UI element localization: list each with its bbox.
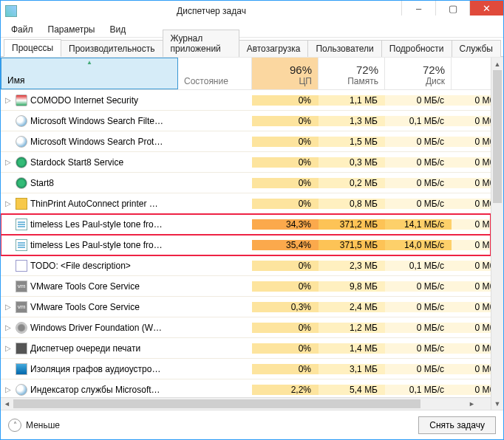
expand-icon[interactable]: ▷ [4, 344, 13, 352]
menu-file[interactable]: Файл [5, 23, 39, 36]
process-name-cell: ▷Stardock Start8 Service [1, 157, 178, 168]
chevron-up-icon: ˄ [8, 419, 21, 432]
process-name-label: Microsoft Windows Search Prot… [30, 137, 163, 147]
process-name-cell: ▷Windows Driver Foundation (W… [1, 322, 178, 334]
expand-icon[interactable]: ▷ [4, 303, 13, 311]
process-row[interactable]: Start80%0,2 МБ0 МБ/с0 Мбит/с [1, 173, 491, 193]
fewer-details-button[interactable]: ˄ Меньше [8, 419, 60, 432]
memory-cell: 5,4 МБ [319, 385, 385, 395]
disk-percent-label: 72% [391, 63, 445, 76]
expand-icon[interactable]: ▷ [4, 199, 13, 207]
memory-cell: 1,3 МБ [319, 116, 385, 126]
tab-app-history[interactable]: Журнал приложений [163, 30, 239, 57]
disk-cell: 0 МБ/с [385, 343, 452, 354]
process-name-cell: ▷Индексатор службы Microsoft… [1, 384, 178, 396]
process-row[interactable]: ▷Windows Driver Foundation (W…0%1,2 МБ0 … [1, 317, 491, 338]
disk-cell: 0,1 МБ/с [385, 116, 452, 126]
process-row[interactable]: TODO: <File description>0%2,3 МБ0,1 МБ/с… [1, 255, 491, 276]
process-row[interactable]: Microsoft Windows Search Filte…0%1,3 МБ0… [1, 111, 491, 131]
process-row[interactable]: vmVMware Tools Core Service0%9,8 МБ0 МБ/… [1, 276, 491, 297]
column-network[interactable]: 0% Сеть [452, 58, 491, 89]
process-name-label: timeless Les Paul-style tone fro… [30, 240, 163, 250]
disk-cell: 14,1 МБ/с [385, 219, 452, 230]
app-icon [5, 5, 17, 17]
disk-cell: 0 МБ/с [385, 323, 452, 333]
vertical-scrollbar[interactable]: ▲ ▼ [491, 58, 503, 410]
doc-icon [16, 219, 27, 230]
expand-icon[interactable]: ▷ [4, 96, 13, 104]
cpu-cell: 0% [252, 364, 319, 374]
disk-cell: 0 МБ/с [385, 157, 452, 168]
process-name-label: Изоляция графов аудиоустро… [30, 364, 160, 374]
exe-icon [16, 260, 27, 272]
network-cell: 0 Мбит/с [452, 157, 491, 168]
process-name-label: TODO: <File description> [30, 261, 131, 271]
vm-icon: vm [16, 281, 27, 292]
end-task-button[interactable]: Снять задачу [418, 416, 496, 434]
memory-cell: 371,5 МБ [319, 240, 385, 250]
disk-cell: 0 МБ/с [385, 281, 452, 292]
process-row[interactable]: timeless Les Paul-style tone fro…35,4%37… [1, 235, 491, 255]
tab-startup[interactable]: Автозагрузка [239, 40, 309, 57]
column-status[interactable]: Состояние [178, 58, 252, 89]
column-disk[interactable]: 72% Диск [385, 58, 452, 89]
memory-cell: 3,1 МБ [319, 364, 385, 374]
process-row[interactable]: ▷ThinPrint AutoConnect printer …0%0,8 МБ… [1, 193, 491, 214]
column-memory[interactable]: 72% Память [319, 58, 385, 89]
process-row[interactable]: ▷Stardock Start8 Service0%0,3 МБ0 МБ/с0 … [1, 152, 491, 173]
cpu-cell: 0% [252, 178, 319, 188]
tabbar: Процессы Производительность Журнал прило… [1, 38, 503, 57]
maximize-button[interactable]: ▢ [435, 1, 469, 16]
expand-icon[interactable]: ▷ [4, 158, 13, 166]
disk-cell: 0 МБ/с [385, 95, 452, 106]
process-row[interactable]: ▷Диспетчер очереди печати0%1,4 МБ0 МБ/с0… [1, 338, 491, 359]
disk-cell: 0 МБ/с [385, 302, 452, 312]
scroll-left-icon[interactable]: ◄ [1, 398, 13, 410]
hscroll-thumb[interactable] [13, 399, 420, 408]
tab-processes[interactable]: Процессы [4, 39, 61, 57]
network-cell: 0 Мбит/с [452, 261, 491, 271]
scroll-up-icon[interactable]: ▲ [491, 58, 503, 70]
menu-options[interactable]: Параметры [42, 23, 101, 36]
expand-icon[interactable]: ▷ [4, 323, 13, 331]
tab-users[interactable]: Пользователи [307, 40, 381, 57]
process-name-cell: vmVMware Tools Core Service [1, 281, 178, 292]
mem-percent-label: 72% [324, 63, 378, 76]
process-row[interactable]: Изоляция графов аудиоустро…0%3,1 МБ0 МБ/… [1, 359, 491, 379]
close-button[interactable]: ✕ [469, 1, 503, 16]
vscroll-thumb[interactable] [493, 70, 502, 203]
column-name[interactable]: ▲ Имя [1, 58, 178, 89]
tab-services[interactable]: Службы [452, 40, 501, 57]
process-rows: ▷COMODO Internet Security0%1,1 МБ0 МБ/с0… [1, 90, 491, 397]
process-row[interactable]: Microsoft Windows Search Prot…0%1,5 МБ0 … [1, 131, 491, 152]
menu-view[interactable]: Вид [103, 23, 132, 36]
process-row[interactable]: ▷vmVMware Tools Core Service0,3%2,4 МБ0 … [1, 297, 491, 317]
network-cell: 0 Мбит/с [452, 323, 491, 333]
content-area: ▲ Имя Состояние 96% ЦП 72% Память [1, 57, 503, 410]
network-cell: 0 Мбит/с [452, 116, 491, 126]
column-cpu[interactable]: 96% ЦП [252, 58, 319, 89]
disk-label: Диск [391, 76, 445, 86]
process-row[interactable]: ▷Индексатор службы Microsoft…2,2%5,4 МБ0… [1, 379, 491, 397]
process-row[interactable]: ▷COMODO Internet Security0%1,1 МБ0 МБ/с0… [1, 90, 491, 111]
process-row[interactable]: timeless Les Paul-style tone fro…34,3%37… [1, 214, 491, 235]
process-name-label: COMODO Internet Security [30, 95, 138, 106]
process-name-label: Microsoft Windows Search Filte… [30, 116, 163, 126]
process-name-cell: TODO: <File description> [1, 260, 178, 272]
horizontal-scrollbar[interactable]: ◄ ► [1, 397, 491, 410]
network-cell: 0 Мбит/с [452, 385, 491, 395]
memory-cell: 0,3 МБ [319, 157, 385, 168]
audio-icon [16, 363, 27, 375]
process-name-cell: ▷vmVMware Tools Core Service [1, 301, 178, 313]
scroll-right-icon[interactable]: ► [466, 398, 478, 410]
process-grid: ▲ Имя Состояние 96% ЦП 72% Память [1, 58, 491, 410]
disk-cell: 0 МБ/с [385, 178, 452, 188]
disk-cell: 0,1 МБ/с [385, 261, 452, 271]
network-cell: 0 Мбит/с [452, 178, 491, 188]
network-cell: 0 Мбит/с [452, 281, 491, 292]
scroll-down-icon[interactable]: ▼ [491, 397, 503, 410]
minimize-button[interactable]: – [401, 1, 435, 16]
tab-performance[interactable]: Производительность [61, 40, 163, 57]
expand-icon[interactable]: ▷ [4, 385, 13, 393]
tab-details[interactable]: Подробности [381, 40, 452, 57]
